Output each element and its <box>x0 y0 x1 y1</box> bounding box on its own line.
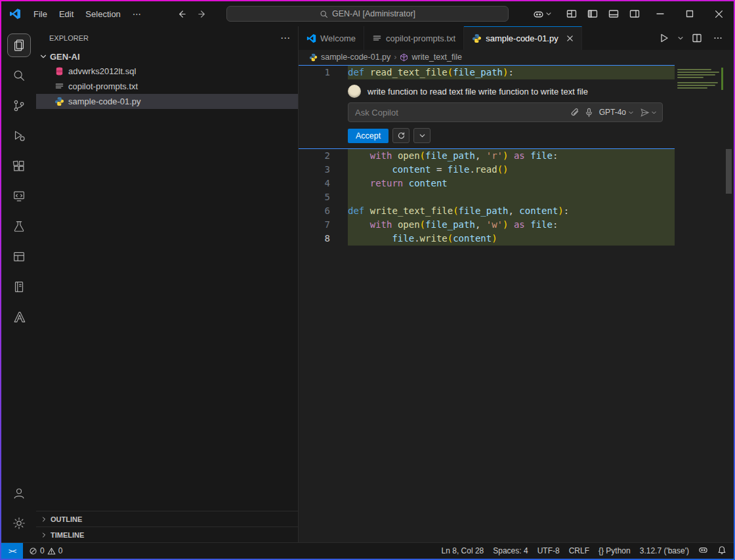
microphone-icon[interactable] <box>584 108 594 118</box>
remote-indicator[interactable]: >< <box>1 543 23 559</box>
run-dropdown-icon[interactable] <box>676 30 685 47</box>
status-item[interactable]: Spaces: 4 <box>493 546 528 555</box>
minimize-button[interactable] <box>645 1 675 26</box>
toggle-primary-sidebar-icon[interactable] <box>583 5 602 22</box>
rerun-request-button[interactable] <box>392 128 410 143</box>
window-frame: FileEditSelection ⋯ GEN-AI [Administrato… <box>0 0 735 560</box>
activitybar-explorer[interactable] <box>3 30 35 60</box>
activitybar-azure[interactable] <box>3 302 35 332</box>
tab-copilot-prompts[interactable]: copilot-prompts.txt <box>364 26 464 50</box>
status-item[interactable]: CRLF <box>569 546 589 555</box>
toggle-secondary-sidebar-icon[interactable] <box>625 5 644 22</box>
code-line-8[interactable]: 8 file.write(content) <box>299 232 734 246</box>
code-token: , <box>508 205 519 216</box>
activitybar-source-control[interactable] <box>3 91 35 121</box>
line-number[interactable]: 6 <box>299 204 348 218</box>
customize-layout-icon[interactable] <box>562 5 581 22</box>
toggle-changes-icon[interactable] <box>413 128 430 143</box>
code-token <box>348 150 370 161</box>
status-item[interactable]: {} Python <box>598 546 631 555</box>
line-number[interactable]: 1 <box>299 66 348 79</box>
views-and-more-actions-button[interactable]: ⋯ <box>280 32 290 44</box>
code-token <box>403 178 408 188</box>
chevron-down-icon <box>651 110 657 116</box>
menu-file[interactable]: File <box>28 7 53 22</box>
accept-button[interactable]: Accept <box>348 129 388 143</box>
code-line-7[interactable]: 7 with open(file_path, 'w') as file: <box>299 218 734 232</box>
accounts-button[interactable] <box>3 478 35 508</box>
status-item[interactable]: UTF-8 <box>537 546 560 555</box>
copilot-menu-button[interactable] <box>533 9 552 20</box>
attach-context-icon[interactable] <box>570 108 579 118</box>
code-token: ( <box>420 219 425 230</box>
extensions-icon <box>12 159 26 173</box>
line-number[interactable]: 3 <box>299 163 348 177</box>
run-python-file-button[interactable] <box>655 30 673 47</box>
copilot-inline-chat-input[interactable]: GPT-4o <box>348 102 663 122</box>
code-token: file <box>530 150 553 161</box>
history-back-icon[interactable] <box>173 5 190 22</box>
history-forward-icon[interactable] <box>194 5 211 22</box>
maximize-button[interactable] <box>675 1 704 26</box>
menu-overflow[interactable]: ⋯ <box>127 7 147 22</box>
line-number[interactable]: 5 <box>299 190 348 204</box>
split-editor-icon[interactable] <box>688 30 706 47</box>
code-line-2[interactable]: 2 with open(file_path, 'r') as file: <box>299 149 734 163</box>
title-bar: FileEditSelection ⋯ GEN-AI [Administrato… <box>1 1 734 26</box>
toggle-panel-icon[interactable] <box>604 5 623 22</box>
line-number[interactable]: 4 <box>299 177 348 190</box>
file-row-sql[interactable]: advwrks2012lt.sql <box>36 64 298 79</box>
activitybar-remote-window[interactable] <box>3 242 35 272</box>
command-center-search[interactable]: GEN-AI [Administrator] <box>226 6 509 22</box>
activitybar-run-debug[interactable] <box>3 121 35 151</box>
menu-edit[interactable]: Edit <box>53 7 79 22</box>
activitybar-extensions[interactable] <box>3 151 35 181</box>
notifications-bell-icon[interactable] <box>717 546 726 557</box>
code-line-4[interactable]: 4 return content <box>299 177 734 190</box>
activitybar-search[interactable] <box>3 60 35 91</box>
code-editor[interactable]: 1def read_text_file(file_path): write fu… <box>299 64 734 542</box>
code-line-6[interactable]: 6def write_text_file(file_path, content)… <box>299 204 734 218</box>
breadcrumb-symbol[interactable]: write_text_file <box>411 53 461 62</box>
code-text <box>348 190 675 204</box>
code-line-5[interactable]: 5 <box>299 190 734 204</box>
line-number[interactable]: 2 <box>299 149 348 163</box>
line-number[interactable]: 7 <box>299 218 348 232</box>
activitybar-testing[interactable] <box>3 211 35 242</box>
copilot-status-icon[interactable] <box>698 545 708 557</box>
settings-button[interactable] <box>3 508 35 538</box>
tab-close-icon[interactable] <box>566 35 574 42</box>
ask-copilot-input[interactable] <box>355 108 565 118</box>
activitybar-notebook[interactable] <box>3 272 35 302</box>
copilot-icon <box>533 9 544 20</box>
tab-sample-code[interactable]: sample-code-01.py <box>464 26 582 50</box>
editor-scrollbar-thumb[interactable] <box>726 149 732 194</box>
more-actions-icon[interactable] <box>709 30 727 47</box>
minimap[interactable] <box>677 68 723 90</box>
code-text: content = file.read() <box>348 163 675 177</box>
code-line-3[interactable]: 3 content = file.read() <box>299 163 734 177</box>
line-number[interactable]: 8 <box>299 232 348 246</box>
send-button[interactable] <box>640 108 657 118</box>
folder-row-gen-ai[interactable]: GEN-AI <box>36 49 298 64</box>
code-token: . <box>469 164 474 175</box>
close-button[interactable] <box>704 1 734 26</box>
outline-section[interactable]: OUTLINE <box>36 511 298 527</box>
file-row-txt[interactable]: copilot-prompts.txt <box>36 79 298 94</box>
breadcrumb-file[interactable]: sample-code-01.py <box>321 53 390 62</box>
timeline-section[interactable]: TIMELINE <box>36 527 298 542</box>
settings-gear-icon <box>12 516 26 530</box>
menu-selection[interactable]: Selection <box>79 7 126 22</box>
model-picker[interactable]: GPT-4o <box>599 108 634 117</box>
code-token: content <box>392 164 430 175</box>
code-token <box>348 178 370 188</box>
tab-welcome[interactable]: Welcome <box>299 26 364 50</box>
problems-status[interactable]: 0 0 <box>29 546 62 555</box>
status-item[interactable]: 3.12.7 ('base') <box>640 546 689 555</box>
notebook-icon <box>12 280 26 294</box>
file-row-python[interactable]: sample-code-01.py <box>36 94 298 109</box>
code-token <box>508 150 513 161</box>
activitybar-remote-explorer[interactable] <box>3 181 35 211</box>
code-line-1[interactable]: 1def read_text_file(file_path): <box>299 66 675 79</box>
status-item[interactable]: Ln 8, Col 28 <box>442 546 484 555</box>
